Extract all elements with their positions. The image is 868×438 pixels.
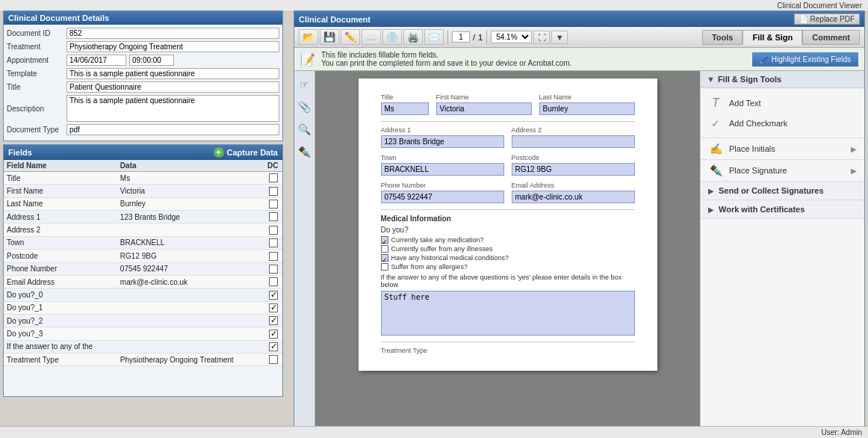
field-name-cell: Do you?_2	[4, 314, 117, 327]
field-checkbox[interactable]	[269, 252, 278, 261]
checkbox-2[interactable]	[381, 245, 388, 253]
field-name-cell: Do you?_3	[4, 327, 117, 340]
address2-field-value[interactable]	[512, 135, 635, 148]
side-icon-paperclip[interactable]: 📎	[297, 99, 312, 114]
address2-field-label: Address 2	[512, 126, 635, 134]
field-dc-cell	[264, 289, 282, 301]
field-checkbox[interactable]	[269, 265, 278, 274]
side-icon-search[interactable]: 🔍	[297, 122, 312, 137]
toolbar-print-btn[interactable]: 🖨️	[403, 29, 423, 45]
form-field-postcode: Postcode RG12 9BG	[512, 154, 635, 176]
field-checkbox[interactable]	[269, 187, 278, 196]
toolbar-open-btn[interactable]: 📂	[299, 29, 318, 45]
lastname-field-value[interactable]: Burnley	[539, 102, 635, 115]
appointment-date: 14/06/2017	[66, 55, 126, 66]
tab-tools[interactable]: Tools	[702, 30, 743, 45]
field-name-cell: Postcode	[4, 250, 117, 262]
toolbar-more-btn[interactable]: ▼	[551, 31, 568, 44]
field-checkbox[interactable]	[269, 212, 278, 221]
fields-title: Fields	[8, 148, 32, 157]
field-dc-cell	[264, 301, 282, 314]
capture-data-add-btn[interactable]: +	[214, 147, 224, 158]
toolbar-upload-btn[interactable]: ☁️	[362, 29, 381, 45]
field-dc-cell	[264, 197, 282, 210]
checkbox-row-1: Currently take any medication?	[381, 236, 635, 244]
toolbar-disk-btn[interactable]: 💿	[382, 29, 402, 45]
template-value: This is a sample patient questionnaire	[66, 68, 279, 79]
field-checkbox[interactable]	[269, 291, 278, 300]
toolbar-save-btn[interactable]: 💾	[320, 29, 339, 45]
place-signature-item[interactable]: ✒️ Place Signature ▶	[701, 160, 864, 182]
field-name-cell: If the answer to any of the	[4, 340, 117, 353]
toolbar-sep2	[486, 30, 487, 45]
field-checkbox[interactable]	[269, 316, 278, 325]
work-cert-arrow: ▶	[708, 206, 714, 214]
checkbox-1[interactable]	[381, 236, 388, 244]
toolbar-fit-btn[interactable]: ⛶	[533, 31, 550, 44]
field-data-cell	[117, 340, 264, 353]
field-data-cell: 123 Brants Bridge	[117, 211, 264, 223]
form-row-contact: Phone Number 07545 922447 Email Address …	[381, 182, 635, 203]
field-checkbox[interactable]	[269, 226, 278, 235]
table-row: Address 1123 Brants Bridge	[4, 211, 282, 223]
field-checkbox[interactable]	[269, 277, 278, 286]
field-checkbox[interactable]	[269, 200, 278, 209]
checkbox-4[interactable]	[381, 263, 388, 271]
replace-pdf-button[interactable]: 📄 Replace PDF	[794, 13, 860, 25]
treatment-label: Treatment	[7, 43, 66, 51]
place-initials-item[interactable]: ✍️ Place Initials ▶	[701, 138, 864, 160]
add-checkmark-item[interactable]: ✓ Add Checkmark	[708, 114, 857, 133]
work-cert-section[interactable]: ▶ Work with Certificates	[701, 200, 864, 219]
toolbar-edit-btn[interactable]: ✏️	[341, 29, 360, 45]
add-text-label: Add Text	[729, 99, 857, 108]
side-icon-sign[interactable]: ✒️	[297, 144, 312, 159]
field-checkbox[interactable]	[269, 173, 278, 182]
title-row: Title Patient Questionnaire	[7, 81, 279, 93]
title-field-value[interactable]: Ms	[381, 102, 429, 115]
highlight-existing-fields-btn[interactable]: 🖊️ Highlight Existing Fields	[752, 52, 858, 67]
send-collect-section[interactable]: ▶ Send or Collect Signatures	[701, 182, 864, 200]
toolbar-tabs: Tools Fill & Sign Comment	[702, 30, 860, 45]
tab-fill-sign[interactable]: Fill & Sign	[743, 30, 802, 45]
firstname-field-value[interactable]: Victoria	[436, 102, 532, 115]
field-checkbox[interactable]	[269, 303, 278, 312]
divider1	[381, 121, 635, 122]
appointment-label: Appointment	[7, 56, 66, 64]
field-checkbox[interactable]	[269, 238, 278, 247]
place-signature-arrow: ▶	[851, 167, 857, 175]
field-checkbox[interactable]	[269, 355, 278, 364]
page-number-input[interactable]	[452, 31, 470, 43]
postcode-field-value[interactable]: RG12 9BG	[512, 163, 635, 176]
address1-field-value[interactable]: 123 Brants Bridge	[381, 135, 504, 148]
fill-sign-collapse-arrow[interactable]: ▼	[707, 75, 715, 84]
textarea-field[interactable]: Stuff here	[381, 291, 635, 336]
do-you-subtitle: Do you?	[381, 226, 635, 234]
checkbox-row-4: Suffer from any allergies?	[381, 263, 635, 271]
checkbox-label-1: Currently take any medication?	[391, 236, 484, 244]
capture-data-label: Capture Data	[227, 148, 278, 157]
field-dc-cell	[264, 262, 282, 275]
fill-sign-panel: ▼ Fill & Sign Tools T Add Text ✓ Add Che…	[700, 71, 864, 427]
field-data-cell: 07545 922447	[117, 262, 264, 275]
tab-comment[interactable]: Comment	[802, 30, 860, 45]
field-checkbox[interactable]	[269, 330, 278, 339]
form-field-phone: Phone Number 07545 922447	[381, 182, 504, 203]
checkbox-3[interactable]	[381, 254, 388, 262]
fill-sign-header: ▼ Fill & Sign Tools	[701, 71, 864, 88]
phone-field-value[interactable]: 07545 922447	[381, 191, 504, 203]
description-row: Description This is a sample patient que…	[7, 95, 279, 122]
field-checkbox[interactable]	[269, 342, 278, 351]
email-field-value[interactable]: mark@e-clinic.co.uk	[512, 191, 635, 203]
town-field-value[interactable]: BRACKNELL	[381, 163, 504, 176]
top-bar-text: Clinical Document Viewer	[777, 1, 862, 10]
bottom-bar: User: Admin	[0, 426, 868, 438]
place-signature-icon: ✒️	[708, 164, 723, 176]
form-field-title: Title Ms	[381, 93, 429, 115]
side-icon-hand[interactable]: ☞	[297, 77, 312, 92]
document-details-section: Clinical Document Details Document ID 85…	[3, 10, 283, 141]
add-text-item[interactable]: T Add Text	[708, 93, 857, 114]
toolbar: 📂 💾 ✏️ ☁️ 💿 🖨️ ✉️ / 1 54.1% 75% 100% ⛶ ▼…	[294, 27, 864, 48]
zoom-select[interactable]: 54.1% 75% 100%	[491, 31, 532, 43]
medical-section-title: Medical Information	[381, 215, 635, 223]
toolbar-email-btn[interactable]: ✉️	[424, 29, 444, 45]
